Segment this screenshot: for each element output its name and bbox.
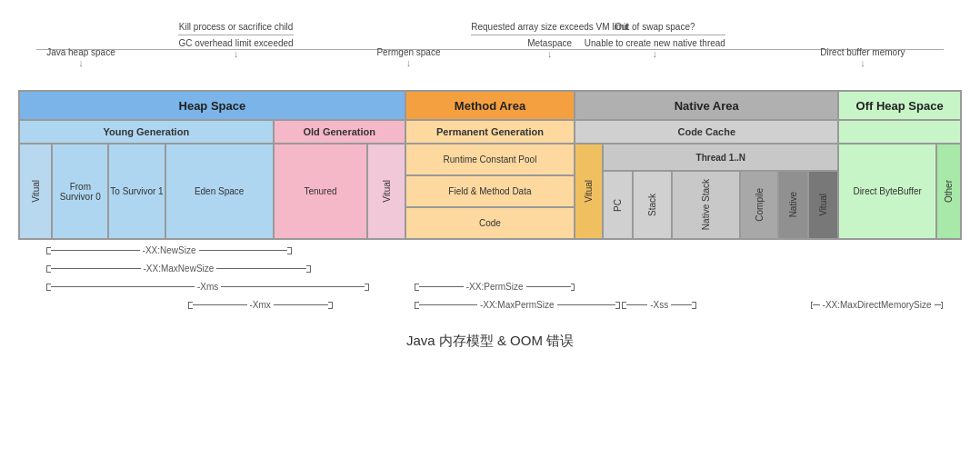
xms-label: -Xms: [195, 282, 221, 292]
maxpermsize-label: -XX:MaxPermSize: [477, 300, 557, 310]
virtual-young: Vitual: [19, 144, 52, 239]
to-survivor: To Survivor 1: [108, 144, 165, 239]
native-cell: Native: [778, 171, 808, 239]
xmx-label: -Xmx: [247, 300, 274, 310]
other: Other: [936, 144, 961, 239]
measure-maxnewsize: -XX:MaxNewSize: [18, 264, 962, 282]
bracket-right: [941, 302, 943, 309]
native-detail: Thread 1..N PC Stack Native Stack Compil…: [603, 144, 838, 239]
main-container: Java heap space ↓ Kill process or sacrif…: [0, 0, 980, 368]
oom-nativethread: Out of swap space? Unable to create new …: [585, 22, 725, 59]
memory-diagram: Heap Space Method Area Native Area Off H…: [18, 90, 962, 240]
detail-row: Vitual From Survivor 0 To Survivor 1 Ede…: [19, 144, 961, 239]
measure-line: [557, 304, 615, 305]
native-area-header: Native Area: [575, 91, 838, 120]
xss-label: -Xss: [647, 300, 671, 310]
bracket-right: [365, 284, 369, 291]
bracket-right: [306, 265, 311, 273]
bracket-right: [328, 302, 333, 309]
thread-sub-row: PC Stack Native Stack Compile Native: [603, 171, 838, 239]
newsize-label: -XX:NewSize: [140, 245, 199, 255]
old-gen-header: Old Generation: [274, 120, 405, 144]
measure-xmx-maxperm-xss-maxdirect: -Xmx -XX:MaxPermSize -Xss: [18, 300, 962, 318]
measure-line: [274, 304, 328, 305]
oom-labels-section: Java heap space ↓ Kill process or sacrif…: [18, 9, 962, 86]
virtual-native: Vitual: [808, 171, 838, 239]
bracket-right: [692, 302, 696, 309]
measure-line: [199, 250, 288, 251]
native-stack: Native Stack: [672, 171, 740, 239]
measure-xms-permsize: -Xms -XX:PermSize: [18, 282, 962, 300]
virtual-method: Vitual: [575, 144, 603, 239]
measure-line: [935, 304, 942, 305]
measure-line: [221, 286, 365, 287]
measure-line: [526, 286, 571, 287]
code: Code: [405, 207, 575, 239]
measure-line: [193, 304, 247, 305]
measure-line: [51, 250, 140, 251]
codecache-header: Code Cache: [575, 120, 838, 144]
oom-permgen: Permgen space ↓: [376, 45, 440, 68]
heap-space-header: Heap Space: [19, 91, 405, 120]
page-title: Java 内存模型 & OOM 错误: [18, 333, 962, 350]
sub-header-row: Young Generation Old Generation Permanen…: [19, 120, 961, 144]
oom-javaheap: Java heap space ↓: [46, 45, 115, 68]
tenured: Tenured: [274, 144, 368, 239]
measure-line: [51, 286, 195, 287]
header-row: Heap Space Method Area Native Area Off H…: [19, 91, 961, 120]
offheap-detail: Direct ByteBuffer Other: [838, 144, 961, 239]
runtime-const-pool: Runtime Constant Pool: [405, 144, 575, 175]
thread-header: Thread 1..N: [603, 144, 838, 171]
offheap-sub: [838, 120, 961, 144]
from-survivor: From Survivor 0: [52, 144, 108, 239]
measure-line: [419, 304, 477, 305]
pc: PC: [603, 171, 633, 239]
stack: Stack: [633, 171, 671, 239]
measure-line: [671, 304, 692, 305]
oom-killprocess: Kill process or sacrifice child GC overh…: [178, 22, 293, 59]
bracket-right: [571, 284, 575, 291]
permsize-label: -XX:PermSize: [464, 282, 526, 292]
maxnewsize-label: -XX:MaxNewSize: [141, 264, 217, 274]
measure-line: [626, 304, 647, 305]
eden-space: Eden Space: [165, 144, 274, 239]
offheap-header: Off Heap Space: [838, 91, 961, 120]
measure-line: [813, 304, 820, 305]
measure-newsize: -XX:NewSize: [18, 245, 962, 264]
maxdirect-label: -XX:MaxDirectMemorySize: [820, 300, 935, 310]
bracket-right: [287, 247, 292, 254]
measure-line: [216, 268, 306, 269]
field-method-data: Field & Method Data: [405, 175, 575, 207]
bracket-right: [615, 302, 620, 309]
direct-bytebuffer: Direct ByteBuffer: [838, 144, 936, 239]
measure-line: [419, 286, 464, 287]
oom-directbuffer: Direct buffer memory ↓: [820, 45, 905, 68]
method-detail: Runtime Constant Pool Field & Method Dat…: [405, 144, 575, 239]
measurements-section: -XX:NewSize -XX:MaxNewSize -Xms: [18, 245, 962, 318]
virtual-old: Vitual: [367, 144, 405, 239]
method-area-header: Method Area: [405, 91, 575, 120]
young-gen-header: Young Generation: [19, 120, 274, 144]
measure-line: [51, 268, 141, 269]
compile: Compile: [740, 171, 778, 239]
permgen-header: Permanent Generation: [405, 120, 575, 144]
